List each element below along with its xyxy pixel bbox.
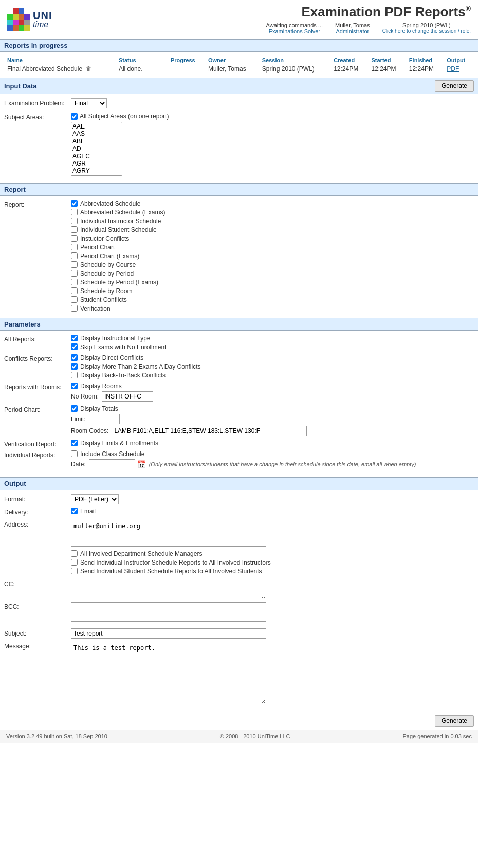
- col-session[interactable]: Session: [259, 56, 330, 64]
- all-subject-areas-row: All Subject Areas (on one report): [71, 113, 169, 120]
- report-option-checkbox[interactable]: [71, 200, 78, 207]
- col-started[interactable]: Started: [369, 56, 406, 64]
- message-label: Message:: [4, 642, 71, 650]
- conflicts-option-row: Display Direct Conflicts: [71, 354, 201, 361]
- status-cell: All done.: [116, 64, 168, 74]
- all-reports-option-label[interactable]: Display Instructional Type: [80, 335, 151, 342]
- send-student-checkbox[interactable]: [71, 568, 78, 574]
- report-option-label[interactable]: Verification: [80, 305, 111, 312]
- col-status[interactable]: Status: [116, 56, 168, 64]
- report-option-label[interactable]: Schedule by Course: [80, 261, 136, 268]
- all-subject-areas-label[interactable]: All Subject Areas (on one report): [80, 113, 169, 120]
- display-rooms-checkbox[interactable]: [71, 383, 78, 389]
- verification-option-label[interactable]: Display Limits & Enrollments: [80, 440, 158, 447]
- report-option-label[interactable]: Abbreviated Schedule: [80, 200, 140, 207]
- include-class-checkbox[interactable]: [71, 450, 78, 457]
- format-label: Format:: [4, 496, 71, 503]
- subject-listbox[interactable]: AAE AAS ABE AD AGEC AGR AGRY: [71, 122, 122, 176]
- reports-section-header: Reports in progress: [0, 39, 478, 52]
- report-option-label[interactable]: Schedule by Period: [80, 270, 134, 277]
- address-textarea[interactable]: muller@unitime.org: [71, 520, 266, 547]
- report-option-checkbox[interactable]: [71, 244, 78, 250]
- message-textarea[interactable]: This is a test report.: [71, 642, 266, 704]
- subject-input[interactable]: [71, 628, 266, 639]
- report-option-checkbox[interactable]: [71, 209, 78, 215]
- report-option-checkbox[interactable]: [71, 270, 78, 277]
- output-cell[interactable]: PDF: [444, 64, 474, 74]
- conflicts-option-row: Display Back-To-Back Conflicts: [71, 372, 201, 379]
- session-link[interactable]: Click here to change the session / role.: [382, 28, 471, 34]
- period-chart-row: Period Chart: Display Totals Limit: Room…: [4, 405, 474, 438]
- report-option-checkbox[interactable]: [71, 226, 78, 233]
- report-option-label[interactable]: Period Chart (Exams): [80, 252, 139, 260]
- report-option-label[interactable]: Student Conflicts: [80, 296, 127, 303]
- subject-areas-row: Subject Areas: All Subject Areas (on one…: [4, 113, 474, 176]
- email-label[interactable]: Email: [80, 508, 96, 515]
- report-option-label[interactable]: Period Chart: [80, 244, 115, 251]
- report-option-checkbox[interactable]: [71, 279, 78, 285]
- room-codes-label: Room Codes:: [71, 427, 108, 435]
- display-totals-checkbox[interactable]: [71, 405, 78, 412]
- no-room-input[interactable]: [102, 391, 153, 402]
- report-option-label[interactable]: Individual Instructor Schedule: [80, 218, 161, 225]
- exam-problem-select[interactable]: Final Midterm: [71, 98, 107, 109]
- col-finished[interactable]: Finished: [406, 56, 444, 64]
- report-option-checkbox[interactable]: [71, 261, 78, 268]
- date-input[interactable]: [89, 459, 135, 469]
- report-option-checkbox[interactable]: [71, 235, 78, 242]
- report-option-label[interactable]: Individual Student Schedule: [80, 226, 157, 233]
- logo-cell: [24, 25, 30, 31]
- bcc-textarea[interactable]: [71, 602, 266, 622]
- date-hint: (Only email instructors/students that ha…: [149, 461, 416, 467]
- calendar-icon[interactable]: 📅: [137, 460, 146, 468]
- finished-cell: 12:24PM: [406, 64, 444, 74]
- conflicts-option-checkbox[interactable]: [71, 363, 78, 370]
- conflicts-option-label[interactable]: Display Back-To-Back Conflicts: [80, 372, 166, 379]
- report-option-label[interactable]: Schedule by Room: [80, 287, 132, 295]
- col-name[interactable]: Name: [4, 56, 116, 64]
- conflicts-option-label[interactable]: Display Direct Conflicts: [80, 354, 143, 361]
- all-subject-areas-checkbox[interactable]: [71, 113, 78, 120]
- send-instructor-checkbox[interactable]: [71, 559, 78, 566]
- conflicts-option-checkbox[interactable]: [71, 372, 78, 378]
- conflicts-options: Display Direct Conflicts Display More Th…: [71, 354, 201, 381]
- display-totals-label: Display Totals: [80, 405, 118, 412]
- email-checkbox[interactable]: [71, 508, 78, 514]
- report-option-checkbox[interactable]: [71, 287, 78, 294]
- verification-option-checkbox[interactable]: [71, 440, 78, 446]
- all-dept-checkbox[interactable]: [71, 550, 78, 557]
- col-owner[interactable]: Owner: [205, 56, 259, 64]
- report-option-checkbox[interactable]: [71, 296, 78, 303]
- all-reports-option-checkbox[interactable]: [71, 343, 78, 350]
- send-student-label[interactable]: Send Individual Student Schedule Reports…: [80, 568, 262, 575]
- header-session[interactable]: Spring 2010 (PWL) Click here to change t…: [382, 22, 471, 34]
- all-reports-option-checkbox[interactable]: [71, 335, 78, 341]
- pdf-link[interactable]: PDF: [447, 65, 459, 73]
- trash-icon[interactable]: 🗑: [86, 65, 92, 73]
- all-reports-options: Display Instructional Type Skip Exams wi…: [71, 335, 166, 352]
- report-option-label[interactable]: Instuctor Conflicts: [80, 235, 129, 242]
- room-codes-input[interactable]: [112, 426, 307, 436]
- generate-button-bottom[interactable]: Generate: [435, 715, 474, 727]
- limit-input[interactable]: [89, 414, 120, 424]
- include-class-label: Include Class Schedule: [80, 450, 144, 458]
- generate-button-top[interactable]: Generate: [435, 80, 474, 92]
- report-option-checkbox[interactable]: [71, 252, 78, 259]
- cc-textarea[interactable]: [71, 580, 266, 599]
- report-option-checkbox[interactable]: [71, 305, 78, 312]
- footer-copyright: © 2008 - 2010 UniTime LLC: [220, 733, 290, 739]
- format-select[interactable]: PDF (Letter) PDF (Legal) XLS: [71, 494, 119, 504]
- send-instructor-label[interactable]: Send Individual Instructor Schedule Repo…: [80, 559, 271, 566]
- conflicts-option-label[interactable]: Display More Than 2 Exams A Day Conflict…: [80, 363, 201, 370]
- report-option-checkbox[interactable]: [71, 218, 78, 224]
- all-reports-option-label[interactable]: Skip Exams with No Enrollment: [80, 343, 166, 351]
- report-option-label[interactable]: Abbreviated Schedule (Exams): [80, 209, 165, 216]
- conflicts-option-checkbox[interactable]: [71, 354, 78, 361]
- all-dept-label[interactable]: All Involved Department Schedule Manager…: [80, 550, 202, 557]
- logo-cell: [19, 8, 24, 14]
- delivery-label: Delivery:: [4, 508, 71, 516]
- user-name: Muller, Tomas: [335, 22, 370, 28]
- report-option-label[interactable]: Schedule by Period (Exams): [80, 279, 158, 286]
- col-created[interactable]: Created: [330, 56, 368, 64]
- col-progress[interactable]: Progress: [168, 56, 205, 64]
